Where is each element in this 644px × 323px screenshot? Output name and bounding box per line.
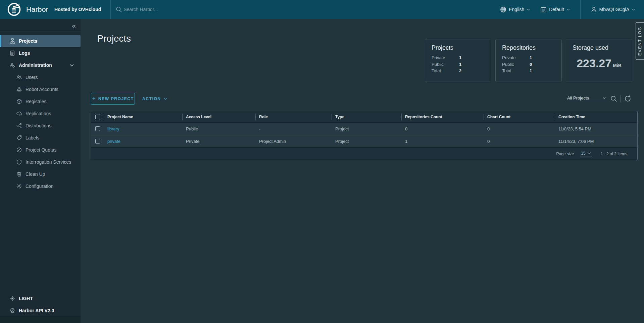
sidebar-item-registries[interactable]: Registries [0, 95, 81, 108]
search-icon [115, 6, 122, 13]
calendar-icon [540, 6, 547, 13]
label-tag-icon [16, 135, 22, 140]
stat-label: Public [502, 61, 530, 68]
theme-toggle-light[interactable]: LIGHT [0, 292, 81, 305]
column-header[interactable]: Repositories Count [401, 114, 484, 120]
action-dropdown[interactable]: ACTION [142, 93, 167, 105]
sidebar-collapse-button[interactable]: « [72, 22, 76, 30]
page-size-select[interactable]: 15 [580, 151, 592, 157]
sidebar-item-replications[interactable]: Replications [0, 108, 81, 120]
stat-label: Public [432, 61, 459, 68]
project-filter-select[interactable]: All Projects [565, 95, 607, 102]
api-icon [10, 308, 15, 313]
sidebar-item-label: Project Quotas [26, 147, 57, 153]
page-title: Projects [97, 34, 131, 44]
header-checkbox-cell [91, 115, 104, 119]
search-icon[interactable] [610, 95, 617, 102]
project-link[interactable]: library [107, 126, 119, 131]
cell-creation-time: 11/8/23, 5:54 PM [555, 126, 637, 131]
language-menu[interactable]: English [500, 6, 530, 13]
sidebar-item-label: Logs [19, 50, 30, 56]
sidebar-item-label: Users [26, 75, 38, 80]
sidebar-item-projects[interactable]: Projects [0, 35, 81, 47]
datetime-label: Default [549, 7, 564, 12]
storage-stat-card: Storage used 223.27MiB [566, 40, 632, 81]
header-divider [110, 0, 111, 19]
stat-value: 1 [530, 54, 532, 61]
sidebar-item-label: Labels [26, 135, 39, 140]
row-checkbox-cell [91, 126, 104, 131]
sidebar-bottom-strip [0, 316, 81, 323]
stats-cards: Projects Private1 Public1 Total2 Reposit… [425, 40, 632, 81]
quota-gauge-icon [16, 147, 22, 153]
sidebar-item-labels[interactable]: Labels [0, 132, 81, 144]
robot-icon [16, 87, 22, 92]
gear-icon [16, 184, 22, 189]
sidebar-item-administration[interactable]: Administration [0, 59, 81, 71]
projects-table: Project Name Access Level Role Type Repo… [91, 111, 638, 160]
row-checkbox[interactable] [95, 126, 100, 131]
filterbar-divider [621, 95, 621, 103]
table-filterbar: All Projects [565, 93, 631, 105]
harbor-app: Harbor Hosted by OVHcloud English [0, 0, 644, 323]
cell-access-level: Public [182, 126, 255, 131]
sidebar-item-logs[interactable]: Logs [0, 47, 81, 59]
sidebar: « Projects Logs [0, 19, 81, 323]
cell-type: Project [332, 126, 401, 131]
cell-repositories-count: 1 [401, 139, 484, 144]
sidebar-item-configuration[interactable]: Configuration [0, 180, 81, 192]
refresh-icon[interactable] [624, 95, 631, 102]
sidebar-item-robot-accounts[interactable]: Robot Accounts [0, 83, 81, 95]
datetime-menu[interactable]: Default [540, 6, 570, 13]
select-all-checkbox[interactable] [95, 115, 100, 119]
sidebar-item-harbor-api[interactable]: Harbor API V2.0 [0, 305, 81, 317]
trash-icon [16, 171, 22, 177]
sidebar-item-label: Clean Up [26, 171, 45, 177]
sidebar-item-interrogation-services[interactable]: Interrogation Services [0, 156, 81, 168]
project-link[interactable]: private [107, 139, 120, 144]
sidebar-item-users[interactable]: Users [0, 71, 81, 83]
table-footer: Page size 15 1 - 2 of 2 items [91, 147, 637, 160]
row-checkbox[interactable] [95, 139, 100, 144]
card-title: Storage used [573, 44, 626, 51]
sidebar-item-project-quotas[interactable]: Project Quotas [0, 144, 81, 156]
user-icon [591, 6, 597, 13]
brand-title: Harbor [26, 5, 48, 13]
stat-label: Total [432, 68, 459, 74]
harbor-logo-icon[interactable] [7, 2, 21, 16]
column-header[interactable]: Creation Time [555, 114, 637, 120]
chevron-down-icon [566, 8, 570, 11]
sidebar-footer: LIGHT Harbor API V2.0 [0, 292, 81, 317]
column-header[interactable]: Access Level [182, 114, 255, 120]
column-header[interactable]: Role [255, 114, 332, 120]
new-project-button[interactable]: + NEW PROJECT [91, 93, 135, 105]
search-input[interactable] [123, 7, 211, 12]
cell-chart-count: 0 [484, 126, 555, 131]
sidebar-item-distributions[interactable]: Distributions [0, 120, 81, 132]
plus-icon: + [92, 95, 96, 102]
event-log-tab[interactable]: EVENT LOG [636, 22, 644, 60]
main-content: Projects Projects Private1 Public1 Total… [81, 19, 644, 323]
column-header[interactable]: Chart Count [484, 114, 555, 120]
sidebar-item-label: Configuration [26, 184, 53, 189]
card-title: Projects [432, 44, 485, 51]
sun-icon [10, 296, 15, 301]
user-menu[interactable]: MbwQLGCglA [591, 6, 635, 13]
app-header: Harbor Hosted by OVHcloud English [0, 0, 644, 19]
table-row: library Public - Project 0 0 11/8/23, 5:… [91, 122, 637, 135]
sidebar-item-clean-up[interactable]: Clean Up [0, 168, 81, 180]
shield-icon [16, 159, 22, 165]
cell-access-level: Private [182, 139, 255, 144]
hosted-by-label: Hosted by OVHcloud [54, 7, 101, 12]
column-header[interactable]: Project Name [104, 114, 182, 120]
chevron-down-icon [602, 96, 606, 100]
stat-value: 0 [530, 61, 532, 68]
table-row: private Private Project Admin Project 1 … [91, 135, 637, 147]
sidebar-item-label: Harbor API V2.0 [19, 308, 54, 313]
column-header[interactable]: Type [332, 114, 401, 120]
sidebar-nav: Projects Logs Administration [0, 35, 81, 192]
stat-label: Private [502, 54, 530, 61]
sidebar-item-label: Distributions [26, 123, 51, 128]
cell-role: - [255, 126, 332, 131]
cell-chart-count: 0 [484, 139, 555, 144]
